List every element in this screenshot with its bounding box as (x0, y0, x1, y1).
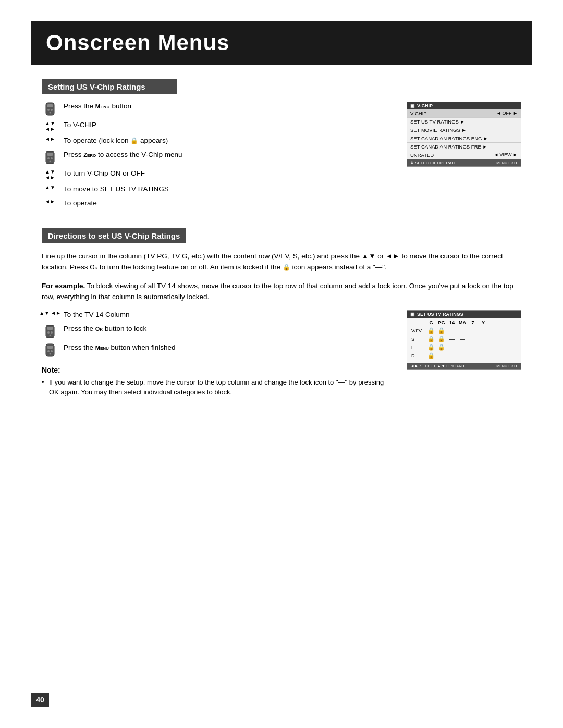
remote-icon-1 (42, 102, 58, 116)
sub-instr-text-2: Press the Ok button to lock (64, 324, 391, 334)
instr-row-7: ◄► To operate (42, 199, 391, 208)
page-title-banner: Onscreen Menus (31, 21, 532, 65)
ratings-row-vfv: V/FV 🔒 🔒 — — — — (411, 327, 517, 334)
svg-point-2 (47, 109, 50, 111)
section2-body1: Line up the cursor in the column (TV PG,… (42, 251, 521, 273)
instr-text-5: To turn V-Chip ON or OFF (64, 169, 391, 179)
sub-instr-text-1: To the TV 14 Column (64, 310, 391, 320)
menu-title-icon: ▣ (410, 103, 415, 108)
ratings-menu-col: ▣ SET US TV RATINGS G PG 14 MA 7 Y (407, 310, 521, 370)
instr-row-6: ▲▼ To move to SET US TV RATINGS (42, 184, 391, 194)
ratings-row-l: L 🔒 🔒 — — (411, 344, 517, 351)
sub-instr-row-3: Press the Menu button when finished (42, 343, 391, 357)
instr-text-2: To V-CHIP (64, 120, 391, 130)
svg-point-9 (50, 160, 51, 162)
section1: Setting US V-Chip Ratings (42, 79, 521, 213)
sub-instr-text-3: Press the Menu button when finished (64, 343, 391, 353)
svg-point-14 (50, 334, 51, 336)
vchip-menu-screenshot: ▣ V-CHIP V-CHIP ◄ OFF ► SET US TV RATING… (407, 102, 521, 167)
svg-rect-16 (47, 346, 53, 349)
ratings-menu-title: ▣ SET US TV RATINGS (407, 311, 521, 318)
ratings-row-s: S 🔒 🔒 — — (411, 336, 517, 342)
page-title: Onscreen Menus (46, 30, 517, 55)
instr-text-7: To operate (64, 199, 391, 208)
remote-icon-3 (42, 324, 58, 339)
svg-point-13 (51, 331, 53, 334)
svg-rect-1 (47, 104, 53, 107)
page-number: 40 (31, 693, 49, 707)
vchip-menu-title: ▣ V-CHIP (407, 102, 521, 109)
section1-content: Press the Menu button ▲▼ ◄► To V-CHIP (42, 102, 521, 213)
instr-text-4: Press Zero to access the V-Chip menu (64, 150, 391, 160)
svg-point-17 (47, 350, 50, 352)
menu-item-us-tv: SET US TV RATINGS ► (407, 118, 521, 126)
svg-point-12 (47, 331, 50, 334)
ratings-menu-footer: ◄► SELECT ▲▼ OPERATE MENU EXIT (407, 363, 521, 369)
section2-header: Directions to set US V-Chip Ratings (42, 228, 186, 243)
section2-sub-content: ▲▼ ◄► To the TV 14 Column (42, 310, 521, 398)
section1-instructions: Press the Menu button ▲▼ ◄► To V-CHIP (42, 102, 391, 213)
ratings-row-d: D 🔒 — — (411, 352, 517, 359)
ratings-grid: G PG 14 MA 7 Y V/FV 🔒 🔒 — (407, 318, 521, 363)
menu-item-vchip: V-CHIP ◄ OFF ► (407, 109, 521, 118)
arrow-ud-icon-2: ▲▼ ◄► (42, 169, 58, 180)
section1-menu: ▣ V-CHIP V-CHIP ◄ OFF ► SET US TV RATING… (407, 102, 521, 167)
instr-row-5: ▲▼ ◄► To turn V-Chip ON or OFF (42, 169, 391, 180)
instr-text-1: Press the Menu button (64, 102, 391, 112)
svg-rect-6 (47, 153, 53, 156)
note-text: If you want to change the setup, move th… (42, 377, 391, 398)
section1-header: Setting US V-Chip Ratings (42, 79, 177, 94)
menu-item-canadian-fre: SET CANADIAN RATINGS FRE ► (407, 143, 521, 151)
nav-arrows-icon: ▲▼ ◄► (42, 310, 58, 316)
svg-point-7 (47, 157, 50, 159)
note-section: Note: If you want to change the setup, m… (42, 366, 391, 398)
arrow-ud-icon-3: ▲▼ (42, 184, 58, 190)
svg-point-8 (51, 157, 53, 159)
menu-item-movie: SET MOVIE RATINGS ► (407, 126, 521, 134)
section2: Directions to set US V-Chip Ratings Line… (42, 228, 521, 398)
instr-row-2: ▲▼ ◄► To V-CHIP (42, 120, 391, 132)
sub-instr-row-2: Press the Ok button to lock (42, 324, 391, 339)
instr-row-4: Press Zero to access the V-Chip menu (42, 150, 391, 165)
sub-instr-row-1: ▲▼ ◄► To the TV 14 Column (42, 310, 391, 320)
instr-text-6: To move to SET US TV RATINGS (64, 184, 391, 194)
instr-text-3: To operate (lock icon 🔒 appears) (64, 136, 391, 146)
ratings-header-row: G PG 14 MA 7 Y (411, 320, 517, 325)
instr-row-3: ◄► To operate (lock icon 🔒 appears) (42, 136, 391, 146)
ratings-menu-icon: ▣ (410, 312, 415, 317)
arrow-ud-icon-1: ▲▼ ◄► (42, 120, 58, 132)
svg-point-4 (50, 112, 51, 114)
arrow-lr-icon-2: ◄► (42, 199, 58, 204)
instr-row-1: Press the Menu button (42, 102, 391, 116)
arrow-lr-icon-1: ◄► (42, 136, 58, 142)
ratings-menu-screenshot: ▣ SET US TV RATINGS G PG 14 MA 7 Y (407, 310, 521, 370)
section2-sub-instructions: ▲▼ ◄► To the TV 14 Column (42, 310, 391, 398)
remote-icon-4 (42, 343, 58, 357)
menu-item-canadian-eng: SET CANADIAN RATINGS ENG ► (407, 134, 521, 143)
svg-point-18 (51, 350, 53, 352)
note-label: Note: (42, 366, 391, 374)
remote-icon-2 (42, 150, 58, 165)
vchip-menu-footer: ⇕ SELECT ⇔ OPERATE MENU EXIT (407, 159, 521, 166)
svg-point-3 (51, 109, 53, 111)
section2-body2: For example. To block viewing of all TV … (42, 280, 521, 303)
svg-point-19 (50, 353, 51, 354)
svg-rect-11 (47, 327, 53, 330)
menu-item-unrated: UNRATED ◄ VIEW ► (407, 151, 521, 159)
